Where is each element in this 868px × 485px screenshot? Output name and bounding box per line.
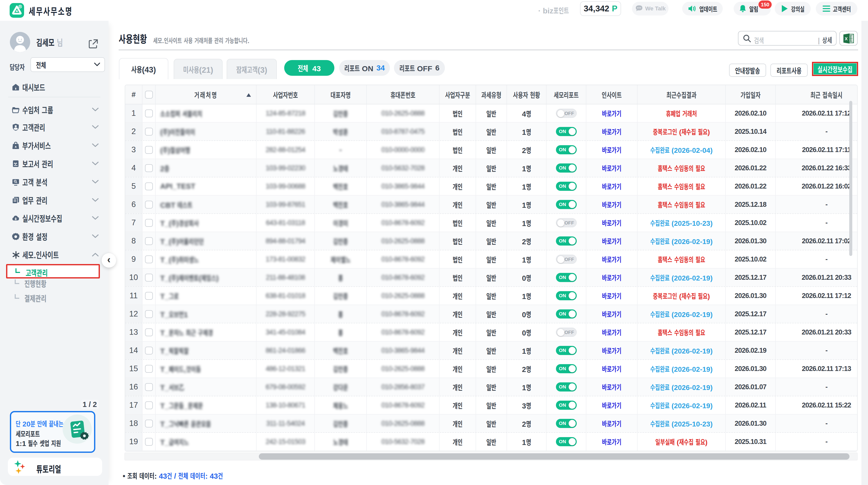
svg-text:R: R — [19, 5, 21, 8]
svg-text:X: X — [845, 36, 848, 41]
